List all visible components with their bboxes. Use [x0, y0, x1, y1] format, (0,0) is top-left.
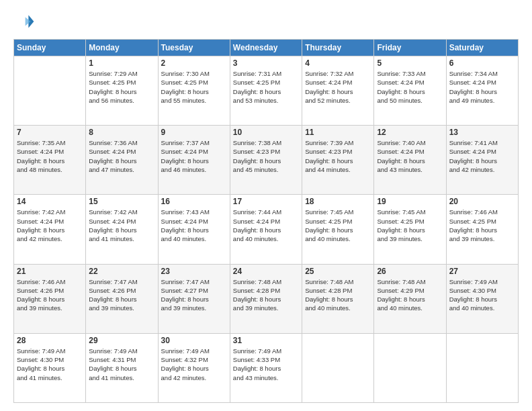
day-info: Sunrise: 7:49 AM Sunset: 4:30 PM Dayligh…: [17, 347, 83, 382]
day-info: Sunrise: 7:46 AM Sunset: 4:25 PM Dayligh…: [449, 208, 515, 243]
logo: [13, 11, 38, 32]
day-number: 1: [89, 58, 154, 68]
day-number: 20: [449, 197, 515, 206]
day-number: 29: [89, 336, 154, 345]
day-info: Sunrise: 7:48 AM Sunset: 4:28 PM Dayligh…: [305, 277, 371, 313]
calendar-cell: 5Sunrise: 7:33 AM Sunset: 4:24 PM Daylig…: [374, 56, 446, 126]
day-number: 6: [449, 58, 515, 68]
day-info: Sunrise: 7:36 AM Sunset: 4:24 PM Dayligh…: [89, 138, 154, 174]
day-info: Sunrise: 7:33 AM Sunset: 4:24 PM Dayligh…: [377, 69, 443, 105]
logo-icon: [13, 11, 35, 32]
day-info: Sunrise: 7:35 AM Sunset: 4:24 PM Dayligh…: [17, 138, 83, 174]
page: SundayMondayTuesdayWednesdayThursdayFrid…: [0, 0, 532, 411]
day-number: 27: [449, 267, 515, 276]
weekday-header-saturday: Saturday: [446, 40, 518, 56]
calendar-cell: 20Sunrise: 7:46 AM Sunset: 4:25 PM Dayli…: [446, 195, 518, 264]
calendar-week-3: 14Sunrise: 7:42 AM Sunset: 4:24 PM Dayli…: [14, 195, 519, 264]
day-info: Sunrise: 7:45 AM Sunset: 4:25 PM Dayligh…: [377, 208, 443, 243]
calendar-week-2: 7Sunrise: 7:35 AM Sunset: 4:24 PM Daylig…: [14, 126, 519, 195]
header: [13, 11, 519, 32]
day-number: 26: [377, 267, 443, 276]
day-number: 8: [89, 128, 154, 137]
day-number: 19: [377, 197, 443, 206]
calendar-cell: [446, 333, 518, 402]
day-info: Sunrise: 7:49 AM Sunset: 4:32 PM Dayligh…: [161, 347, 227, 382]
calendar-cell: 21Sunrise: 7:46 AM Sunset: 4:26 PM Dayli…: [14, 264, 86, 333]
day-info: Sunrise: 7:31 AM Sunset: 4:25 PM Dayligh…: [233, 69, 299, 105]
day-number: 4: [305, 58, 371, 68]
calendar-cell: 3Sunrise: 7:31 AM Sunset: 4:25 PM Daylig…: [230, 56, 302, 126]
calendar-cell: 17Sunrise: 7:44 AM Sunset: 4:24 PM Dayli…: [230, 195, 302, 264]
calendar-cell: 16Sunrise: 7:43 AM Sunset: 4:24 PM Dayli…: [158, 195, 230, 264]
day-number: 3: [233, 58, 299, 68]
weekday-header-monday: Monday: [86, 40, 158, 56]
day-number: 14: [17, 197, 83, 206]
calendar-cell: [302, 333, 374, 402]
day-info: Sunrise: 7:45 AM Sunset: 4:25 PM Dayligh…: [305, 208, 371, 243]
weekday-header-friday: Friday: [374, 40, 446, 56]
calendar-cell: 25Sunrise: 7:48 AM Sunset: 4:28 PM Dayli…: [302, 264, 374, 333]
day-info: Sunrise: 7:47 AM Sunset: 4:26 PM Dayligh…: [89, 277, 154, 313]
day-info: Sunrise: 7:42 AM Sunset: 4:24 PM Dayligh…: [89, 208, 154, 243]
calendar-cell: 8Sunrise: 7:36 AM Sunset: 4:24 PM Daylig…: [86, 126, 158, 195]
day-info: Sunrise: 7:39 AM Sunset: 4:23 PM Dayligh…: [305, 138, 371, 174]
day-number: 17: [233, 197, 299, 206]
day-number: 23: [161, 267, 227, 276]
calendar-cell: 7Sunrise: 7:35 AM Sunset: 4:24 PM Daylig…: [14, 126, 86, 195]
calendar-week-1: 1Sunrise: 7:29 AM Sunset: 4:25 PM Daylig…: [14, 56, 519, 126]
calendar-cell: 29Sunrise: 7:49 AM Sunset: 4:31 PM Dayli…: [86, 333, 158, 402]
calendar-cell: 31Sunrise: 7:49 AM Sunset: 4:33 PM Dayli…: [230, 333, 302, 402]
calendar-cell: 13Sunrise: 7:41 AM Sunset: 4:24 PM Dayli…: [446, 126, 518, 195]
day-number: 9: [161, 128, 227, 137]
calendar-cell: 30Sunrise: 7:49 AM Sunset: 4:32 PM Dayli…: [158, 333, 230, 402]
day-info: Sunrise: 7:37 AM Sunset: 4:24 PM Dayligh…: [161, 138, 227, 174]
day-number: 2: [161, 58, 227, 68]
calendar-cell: 9Sunrise: 7:37 AM Sunset: 4:24 PM Daylig…: [158, 126, 230, 195]
calendar-cell: [14, 56, 86, 126]
calendar-week-5: 28Sunrise: 7:49 AM Sunset: 4:30 PM Dayli…: [14, 333, 519, 402]
calendar-cell: 1Sunrise: 7:29 AM Sunset: 4:25 PM Daylig…: [86, 56, 158, 126]
day-number: 5: [377, 58, 443, 68]
calendar-cell: 23Sunrise: 7:47 AM Sunset: 4:27 PM Dayli…: [158, 264, 230, 333]
day-info: Sunrise: 7:40 AM Sunset: 4:24 PM Dayligh…: [377, 138, 443, 174]
day-info: Sunrise: 7:48 AM Sunset: 4:28 PM Dayligh…: [233, 277, 299, 313]
calendar-table: SundayMondayTuesdayWednesdayThursdayFrid…: [13, 39, 519, 403]
day-number: 7: [17, 128, 83, 137]
calendar-cell: 4Sunrise: 7:32 AM Sunset: 4:24 PM Daylig…: [302, 56, 374, 126]
calendar-cell: 11Sunrise: 7:39 AM Sunset: 4:23 PM Dayli…: [302, 126, 374, 195]
calendar-cell: 28Sunrise: 7:49 AM Sunset: 4:30 PM Dayli…: [14, 333, 86, 402]
calendar-cell: 27Sunrise: 7:49 AM Sunset: 4:30 PM Dayli…: [446, 264, 518, 333]
day-number: 28: [17, 336, 83, 345]
day-number: 31: [233, 336, 299, 345]
day-info: Sunrise: 7:49 AM Sunset: 4:30 PM Dayligh…: [449, 277, 515, 313]
weekday-header-thursday: Thursday: [302, 40, 374, 56]
day-number: 12: [377, 128, 443, 137]
calendar-cell: 24Sunrise: 7:48 AM Sunset: 4:28 PM Dayli…: [230, 264, 302, 333]
day-info: Sunrise: 7:49 AM Sunset: 4:31 PM Dayligh…: [89, 347, 154, 382]
day-info: Sunrise: 7:48 AM Sunset: 4:29 PM Dayligh…: [377, 277, 443, 313]
calendar-cell: 18Sunrise: 7:45 AM Sunset: 4:25 PM Dayli…: [302, 195, 374, 264]
day-info: Sunrise: 7:32 AM Sunset: 4:24 PM Dayligh…: [305, 69, 371, 105]
calendar-cell: 15Sunrise: 7:42 AM Sunset: 4:24 PM Dayli…: [86, 195, 158, 264]
day-info: Sunrise: 7:46 AM Sunset: 4:26 PM Dayligh…: [17, 277, 83, 313]
day-info: Sunrise: 7:41 AM Sunset: 4:24 PM Dayligh…: [449, 138, 515, 174]
weekday-header-row: SundayMondayTuesdayWednesdayThursdayFrid…: [14, 40, 519, 56]
weekday-header-tuesday: Tuesday: [158, 40, 230, 56]
calendar-cell: 19Sunrise: 7:45 AM Sunset: 4:25 PM Dayli…: [374, 195, 446, 264]
day-info: Sunrise: 7:43 AM Sunset: 4:24 PM Dayligh…: [161, 208, 227, 243]
day-info: Sunrise: 7:47 AM Sunset: 4:27 PM Dayligh…: [161, 277, 227, 313]
day-number: 24: [233, 267, 299, 276]
day-number: 11: [305, 128, 371, 137]
weekday-header-wednesday: Wednesday: [230, 40, 302, 56]
day-number: 15: [89, 197, 154, 206]
day-info: Sunrise: 7:30 AM Sunset: 4:25 PM Dayligh…: [161, 69, 227, 105]
day-number: 21: [17, 267, 83, 276]
day-number: 22: [89, 267, 154, 276]
day-number: 18: [305, 197, 371, 206]
day-info: Sunrise: 7:44 AM Sunset: 4:24 PM Dayligh…: [233, 208, 299, 243]
day-info: Sunrise: 7:29 AM Sunset: 4:25 PM Dayligh…: [89, 69, 154, 105]
day-number: 30: [161, 336, 227, 345]
calendar-cell: 6Sunrise: 7:34 AM Sunset: 4:24 PM Daylig…: [446, 56, 518, 126]
calendar-cell: 22Sunrise: 7:47 AM Sunset: 4:26 PM Dayli…: [86, 264, 158, 333]
day-info: Sunrise: 7:42 AM Sunset: 4:24 PM Dayligh…: [17, 208, 83, 243]
